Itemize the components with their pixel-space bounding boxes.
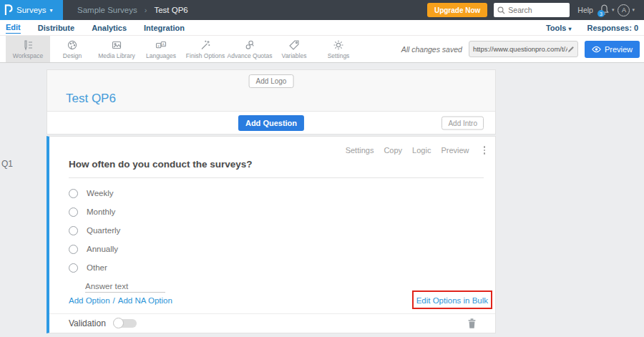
surveys-menu-label: Surveys: [16, 6, 47, 14]
option-label[interactable]: Other: [87, 263, 107, 272]
design-icon: [67, 39, 78, 51]
add-option-link[interactable]: Add Option: [69, 296, 110, 305]
radio-button[interactable]: [69, 245, 78, 254]
toolbar-item-media-library[interactable]: Media Library: [94, 36, 139, 62]
surveys-menu[interactable]: Surveys ▾: [0, 0, 63, 20]
radio-button[interactable]: [69, 226, 78, 235]
link-separator: /: [113, 296, 115, 305]
question-card: Settings Copy Logic Preview How often do…: [47, 136, 496, 333]
toolbar-item-label: Media Library: [98, 52, 135, 59]
other-answer-input[interactable]: [85, 280, 165, 293]
tab-edit[interactable]: Edit: [6, 21, 21, 34]
breadcrumb-parent[interactable]: Sample Surveys: [77, 6, 137, 14]
languages-icon: xA: [155, 39, 167, 51]
breadcrumb-current: Test QP6: [154, 6, 187, 14]
answer-option-row: Annually: [69, 240, 120, 258]
toolbar-item-languages[interactable]: xA Languages: [139, 36, 183, 62]
save-status-text: All changes saved: [401, 45, 462, 54]
question-text[interactable]: How often do you conduct the surveys?: [69, 159, 253, 170]
help-link[interactable]: Help: [577, 6, 593, 14]
section-nav: Edit Distribute Analytics Integration To…: [0, 20, 644, 36]
question-menu: Settings Copy Logic Preview: [346, 145, 487, 156]
edit-options-in-bulk-link[interactable]: Edit Options in Bulk: [416, 296, 488, 305]
preview-button-label: Preview: [605, 45, 633, 54]
advance-quotas-icon: [244, 39, 255, 51]
search-input[interactable]: [508, 6, 565, 14]
header-right-cluster: Upgrade Now Help 3 ▾ A ▾: [427, 3, 644, 17]
tab-analytics[interactable]: Analytics: [92, 22, 127, 34]
survey-url-input[interactable]: [473, 45, 567, 53]
question-preview-link[interactable]: Preview: [441, 146, 469, 155]
add-na-option-link[interactable]: Add NA Option: [118, 296, 172, 305]
option-links-row: Add Option / Add NA Option: [69, 296, 172, 305]
question-logic-link[interactable]: Logic: [412, 146, 431, 155]
validation-label: Validation: [69, 318, 106, 328]
validation-toggle[interactable]: [113, 318, 137, 329]
radio-button[interactable]: [69, 207, 78, 217]
toolbar-item-workspace[interactable]: Workspace: [6, 36, 50, 62]
chevron-down-icon[interactable]: ▾: [632, 7, 635, 13]
svg-text:A: A: [162, 41, 165, 46]
toolbar-item-label: Workspace: [13, 52, 43, 59]
avatar[interactable]: A: [618, 4, 630, 16]
answer-option-row: Other: [69, 258, 120, 277]
question-text-underline: [69, 177, 484, 178]
kebab-menu-icon[interactable]: [482, 145, 487, 156]
chevron-down-icon[interactable]: ▾: [612, 7, 615, 13]
radio-button[interactable]: [69, 263, 78, 273]
question-copy-link[interactable]: Copy: [384, 146, 402, 155]
notifications-button[interactable]: 3: [599, 4, 610, 16]
pencil-icon[interactable]: [567, 46, 575, 53]
survey-header-card: Add Logo Test QP6 Add Question Add Intro: [47, 69, 496, 135]
toolbar-item-settings[interactable]: Settings: [316, 36, 361, 62]
option-label[interactable]: Quarterly: [87, 226, 120, 235]
top-header: Surveys ▾ Sample Surveys › Test QP6 Upgr…: [0, 0, 644, 20]
survey-header-section: Add Logo Test QP6: [47, 70, 495, 112]
answer-option-row: Monthly: [69, 202, 120, 221]
option-label[interactable]: Annually: [87, 245, 118, 253]
tools-menu[interactable]: Tools ▾: [546, 24, 572, 32]
trash-icon[interactable]: [467, 318, 477, 329]
eye-icon: [592, 46, 601, 53]
finish-options-icon: [200, 39, 211, 51]
tab-integration[interactable]: Integration: [144, 22, 185, 34]
toolbar-item-label: Settings: [328, 52, 350, 59]
validation-row: Validation: [49, 314, 495, 333]
answer-options-list: Weekly Monthly Quarterly Annually Other: [69, 184, 120, 277]
question-settings-link[interactable]: Settings: [346, 146, 374, 155]
tab-distribute[interactable]: Distribute: [38, 22, 74, 34]
radio-button[interactable]: [69, 189, 78, 198]
toolbar-item-label: Finish Options: [186, 52, 225, 59]
survey-url-field[interactable]: [469, 41, 578, 57]
chevron-down-icon: ▾: [50, 7, 53, 14]
nav-right-cluster: Tools ▾ Responses: 0: [546, 24, 638, 32]
upgrade-now-button[interactable]: Upgrade Now: [427, 3, 487, 17]
survey-title[interactable]: Test QP6: [66, 92, 116, 106]
answer-option-row: Quarterly: [69, 221, 120, 240]
app-root: Surveys ▾ Sample Surveys › Test QP6 Upgr…: [0, 0, 644, 337]
toolbar-item-advance-quotas[interactable]: Advance Quotas: [228, 36, 272, 62]
answer-option-row: Weekly: [69, 184, 120, 202]
breadcrumb-separator: ›: [145, 6, 147, 14]
preview-button[interactable]: Preview: [585, 41, 640, 58]
option-label[interactable]: Monthly: [87, 207, 115, 216]
toolbar-item-finish-options[interactable]: Finish Options: [183, 36, 228, 62]
option-label[interactable]: Weekly: [87, 189, 114, 197]
survey-actions-section: Add Question Add Intro: [47, 112, 495, 134]
survey-toolbar: Workspace Design Media Library xA Langua…: [0, 36, 644, 63]
search-icon: [497, 6, 505, 14]
add-logo-button[interactable]: Add Logo: [249, 74, 294, 88]
other-answer-field: [85, 279, 165, 293]
avatar-initial: A: [622, 6, 626, 14]
responses-counter[interactable]: Responses: 0: [587, 24, 638, 32]
breadcrumb: Sample Surveys › Test QP6: [77, 6, 188, 14]
search-box[interactable]: [494, 3, 570, 17]
edit-options-in-bulk-highlight: Edit Options in Bulk: [412, 290, 492, 309]
toolbar-item-design[interactable]: Design: [50, 36, 94, 62]
add-intro-button[interactable]: Add Intro: [441, 116, 484, 130]
toolbar-item-label: Design: [63, 52, 82, 59]
add-question-button[interactable]: Add Question: [238, 115, 304, 131]
toolbar-item-variables[interactable]: Variables: [272, 36, 316, 62]
toolbar-item-label: Languages: [146, 52, 176, 59]
settings-icon: [333, 39, 344, 51]
